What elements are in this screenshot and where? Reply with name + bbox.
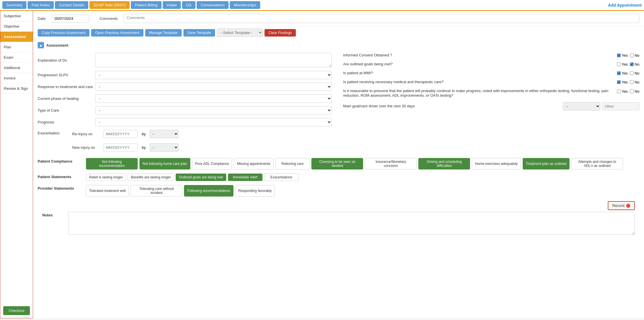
compliance-btn-9[interactable]: Treatment plan as outlined [523, 158, 570, 169]
patient-statements-section: Patient Statements Relief is lasting lon… [38, 174, 639, 181]
compliance-btn-4[interactable]: Rationing care [275, 158, 310, 169]
manage-template-btn[interactable]: Manage Template [145, 29, 182, 37]
q5-no-check[interactable] [630, 89, 634, 93]
tab-patient-billing[interactable]: Patient Billing [131, 1, 162, 9]
sidebar-item-additional[interactable]: Additional [0, 63, 33, 73]
q2-yes-label[interactable]: Yes [617, 62, 628, 66]
notes-textarea[interactable] [68, 212, 635, 235]
compliance-btn-2[interactable]: Poor ADL Compliance [192, 158, 232, 169]
compliance-btn-10[interactable]: Attempts and changes to ADL's as outline… [571, 158, 623, 169]
tab-contact-details[interactable]: Contact Details [55, 1, 88, 9]
progression-label: Progression SLPV [38, 73, 95, 77]
assessment-section: ▲ Assessment Explanation of Dx Progressi… [33, 39, 644, 238]
tab-oa[interactable]: OA [182, 1, 195, 9]
sidebar-item-review-sign[interactable]: Review & Sign [0, 83, 33, 94]
checkout-button[interactable]: Checkout [3, 306, 30, 315]
prov-btn-1[interactable]: Tolerating care without incident [131, 185, 182, 197]
care-select[interactable]: - [95, 106, 332, 115]
sidebar-item-plan[interactable]: Plan [0, 42, 33, 52]
ps-btn-4[interactable]: Exacerbations [264, 174, 299, 181]
q5-text: Is it reasonable to presume that the pat… [343, 89, 614, 98]
prov-btn-3[interactable]: Responding favorably [235, 185, 275, 197]
provider-statements-section: Provider Statements Tolerated treatment … [38, 185, 639, 197]
q1-no-label[interactable]: No [630, 53, 639, 58]
re-injury-date[interactable] [103, 130, 138, 138]
prov-btn-2[interactable]: Following recommendations [184, 185, 233, 197]
sidebar-item-assessment[interactable]: Assessment [0, 32, 33, 42]
compliance-btn-6[interactable]: Insurance/Monetary concerns [365, 158, 417, 169]
prognosis-select[interactable]: - [95, 118, 332, 126]
q4-yes-label[interactable]: Yes [617, 80, 628, 84]
compliance-btn-0[interactable]: Not following recommendation [86, 158, 138, 169]
prov-btn-0[interactable]: Tolerated treatment well [86, 185, 129, 197]
sidebar-item-exam[interactable]: Exam [0, 52, 33, 63]
q3-text: Is patient at MMI? [343, 71, 614, 76]
record-dot-icon [626, 204, 630, 208]
tab-summary[interactable]: Summary [2, 1, 26, 9]
open-previous-btn[interactable]: Open Previous Assessment [91, 29, 143, 37]
comments-input[interactable] [124, 14, 639, 23]
tab-memberships[interactable]: Memberships [230, 1, 260, 9]
q1-no-check[interactable] [630, 54, 634, 57]
add-appointment-link[interactable]: Add Appointment [608, 3, 642, 7]
clear-findings-btn[interactable]: Clear Findings [264, 29, 296, 37]
q2-row: Are outlined goals being met? Yes No [343, 62, 640, 67]
tab-past-notes[interactable]: Past Notes [28, 1, 54, 9]
q3-yes-check[interactable] [617, 71, 621, 75]
save-template-btn[interactable]: Save Template [183, 29, 215, 37]
q4-no-label[interactable]: No [630, 80, 639, 84]
new-injury-by-select[interactable]: - [150, 143, 179, 152]
q3-row: Is patient at MMI? Yes No [343, 71, 640, 76]
response-label: Response to treatments and care [38, 85, 95, 89]
re-injury-by-select[interactable]: - [150, 130, 179, 138]
record-button[interactable]: Record [608, 201, 635, 210]
q1-yes-label[interactable]: Yes [617, 53, 628, 58]
explanation-input[interactable] [95, 53, 332, 67]
q5-yn: Yes No [617, 89, 639, 94]
phase-select[interactable]: - [95, 94, 332, 103]
compliance-btn-1[interactable]: Not following home care plan [139, 158, 190, 169]
by-label-2: by [142, 145, 146, 150]
goal-select[interactable]: - [563, 102, 600, 111]
q3-no-label[interactable]: No [630, 71, 639, 75]
tab-intake[interactable]: Intake [163, 1, 181, 9]
compliance-btn-3[interactable]: Missing appointments [234, 158, 273, 169]
sidebar-item-subjective[interactable]: Subjective [0, 11, 33, 21]
q4-yes-check[interactable] [617, 80, 621, 84]
goal-other-input[interactable] [602, 102, 639, 110]
date-label: Date [38, 16, 45, 21]
sidebar-item-invoice[interactable]: Invoice [0, 73, 33, 83]
ps-btn-2[interactable]: Outlined goals are being met [176, 174, 226, 181]
explanation-label: Explanation of Dx [38, 58, 95, 62]
q5-no-label[interactable]: No [630, 89, 639, 94]
collapse-button[interactable]: ▲ [38, 42, 44, 48]
ps-btn-1[interactable]: Benefits are lasting longer [128, 174, 174, 181]
date-input[interactable] [52, 15, 89, 22]
q2-no-label[interactable]: No [630, 62, 639, 66]
ps-btn-0[interactable]: Relief is lasting longer [86, 174, 126, 181]
copy-previous-btn[interactable]: Copy Previous Assessment [38, 29, 89, 37]
compliance-btn-8[interactable]: Home exercises adequately [472, 158, 521, 169]
q1-yn: Yes No [617, 53, 639, 58]
q2-yes-check[interactable] [617, 62, 621, 66]
ps-btn-3[interactable]: Immediate relief [228, 174, 262, 181]
toolbar: Copy Previous Assessment Open Previous A… [33, 26, 644, 39]
q2-no-check[interactable] [630, 62, 634, 66]
compliance-btn-5[interactable]: Choosing to be seen as needed [311, 158, 363, 169]
q3-no-check[interactable] [630, 71, 634, 75]
q1-yes-check[interactable] [617, 54, 621, 57]
q3-yes-label[interactable]: Yes [617, 71, 628, 75]
tab-conversations[interactable]: Conversations [197, 1, 229, 9]
q5-yes-check[interactable] [617, 89, 621, 93]
compliance-btn-7[interactable]: Driving and scheduling difficulties [418, 158, 470, 169]
template-select[interactable]: --Select Template-- [217, 28, 263, 37]
response-select[interactable]: - [95, 83, 332, 91]
q5-yes-label[interactable]: Yes [617, 89, 628, 94]
q4-no-check[interactable] [630, 80, 634, 84]
phase-label: Current phase of healing [38, 96, 95, 101]
progression-select[interactable]: - [95, 71, 332, 79]
new-injury-date[interactable] [103, 144, 138, 151]
q3-yn: Yes No [617, 71, 639, 75]
tab-soap-note[interactable]: SOAP Note (05/07) [89, 1, 130, 9]
sidebar-item-objective[interactable]: Objective [0, 21, 33, 32]
